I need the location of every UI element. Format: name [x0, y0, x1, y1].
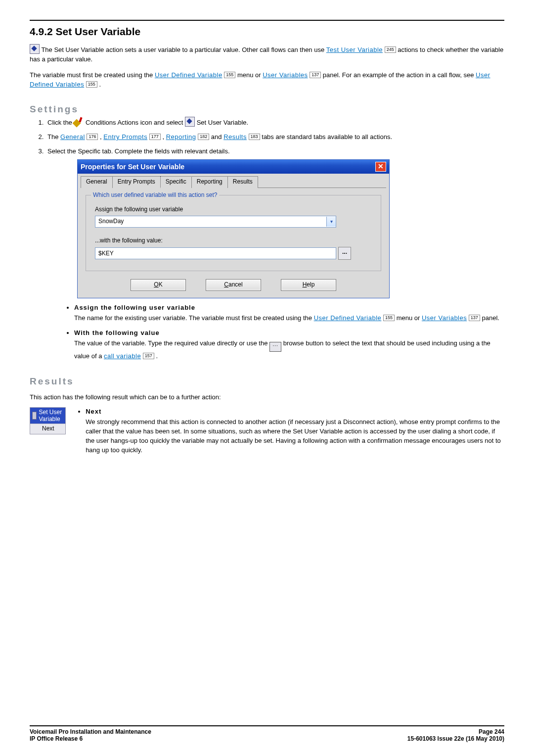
- ok-button[interactable]: OK: [131, 279, 186, 290]
- link-test-user-variable[interactable]: Test User Variable: [326, 46, 383, 53]
- results-heading: Results: [30, 376, 504, 387]
- tab-general[interactable]: General: [81, 176, 113, 188]
- link-results-tab[interactable]: Results: [223, 133, 247, 141]
- value-textbox[interactable]: $KEY: [95, 247, 336, 259]
- tab-results[interactable]: Results: [227, 176, 258, 188]
- browse-icon-inline: ···: [269, 342, 281, 352]
- value-textbox-value: $KEY: [98, 249, 114, 258]
- label-with-value: ...with the following value:: [95, 236, 372, 245]
- footer-issue: 15-601063 Issue 22e (16 May 2010): [407, 735, 504, 742]
- tab-entry-prompts[interactable]: Entry Prompts: [112, 176, 161, 188]
- intro-para-1: The Set User Variable action sets a user…: [30, 44, 504, 64]
- intro-para-2: The variable must first be created using…: [30, 71, 504, 90]
- settings-heading: Settings: [30, 104, 504, 115]
- footer-product: IP Office Release 6: [30, 735, 151, 742]
- pageref-182[interactable]: 182: [198, 134, 209, 140]
- close-button[interactable]: ✕: [375, 162, 386, 172]
- link-user-defined-variable[interactable]: User Defined Variable: [155, 71, 222, 79]
- link-general-tab[interactable]: General: [60, 133, 85, 141]
- link-user-variables[interactable]: User Variables: [263, 71, 308, 79]
- browse-button[interactable]: ...: [338, 247, 351, 260]
- pageref-137b[interactable]: 137: [469, 315, 480, 321]
- variable-combobox-value: SnowDay: [98, 217, 124, 226]
- link-call-variable[interactable]: call variable: [104, 352, 141, 360]
- cancel-button[interactable]: Cancel: [206, 279, 261, 290]
- variable-combobox[interactable]: SnowDay ▾: [95, 216, 336, 228]
- step-3: Select the Specific tab. Complete the fi…: [45, 147, 504, 298]
- step-2: The General 176 , Entry Prompts 177 , Re…: [45, 133, 504, 142]
- node-next-row: Next: [30, 424, 65, 434]
- step-1: Click the Conditions Actions icon and se…: [45, 117, 504, 128]
- set-user-variable-icon-inline: [185, 117, 195, 127]
- results-intro: This action has the following result whi…: [30, 393, 504, 401]
- dialog-title: Properties for Set User Variable: [81, 162, 184, 172]
- pageref-157[interactable]: 157: [143, 353, 154, 359]
- conditions-actions-icon: [74, 117, 84, 127]
- pageref-177[interactable]: 177: [149, 134, 161, 140]
- footer-doc-title: Voicemail Pro Installation and Maintenan…: [30, 728, 151, 735]
- pageref-245[interactable]: 245: [385, 47, 396, 53]
- pageref-155c[interactable]: 155: [383, 315, 395, 321]
- page-footer: Voicemail Pro Installation and Maintenan…: [30, 725, 504, 742]
- chevron-down-icon[interactable]: ▾: [326, 217, 336, 227]
- help-button[interactable]: Help: [281, 279, 336, 290]
- link-entry-prompts-tab[interactable]: Entry Prompts: [103, 133, 147, 141]
- result-node: Set User Variable Next: [30, 407, 66, 434]
- pageref-183[interactable]: 183: [249, 134, 260, 140]
- option-assign-variable: Assign the following user variable The n…: [74, 303, 504, 323]
- footer-page: Page 244: [407, 728, 504, 735]
- node-icon: [32, 412, 37, 420]
- set-user-variable-icon: [30, 44, 40, 54]
- groupbox-legend: Which user defined variable will this ac…: [91, 191, 219, 199]
- link-uv-2[interactable]: User Variables: [422, 314, 467, 322]
- tab-specific[interactable]: Specific: [160, 176, 192, 188]
- node-title: Set User Variable: [39, 409, 63, 423]
- pageref-155b[interactable]: 155: [86, 81, 97, 88]
- tab-reporting[interactable]: Reporting: [191, 176, 228, 188]
- link-reporting-tab[interactable]: Reporting: [166, 133, 196, 141]
- pageref-137a[interactable]: 137: [310, 72, 321, 78]
- label-assign-variable: Assign the following user variable: [95, 205, 372, 214]
- pageref-176[interactable]: 176: [87, 134, 98, 140]
- pageref-155a[interactable]: 155: [224, 72, 235, 78]
- section-heading: 4.9.2 Set User Variable: [30, 26, 504, 38]
- result-next: Next We strongly recommend that this act…: [86, 407, 504, 455]
- link-udv-2[interactable]: User Defined Variable: [314, 314, 382, 322]
- option-with-value: With the following value The value of th…: [74, 329, 504, 361]
- properties-dialog: Properties for Set User Variable ✕ Gener…: [77, 159, 390, 298]
